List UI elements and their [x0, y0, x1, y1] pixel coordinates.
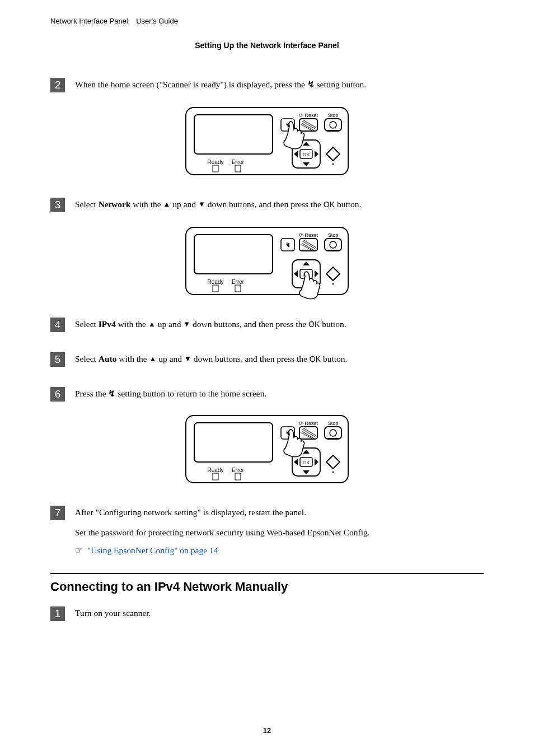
- svg-rect-55: [194, 423, 273, 462]
- step-figure: Ready Error ↯ ⟳ Reset Stop OK: [50, 413, 484, 493]
- step-body: After "Configuring network setting" is d…: [75, 506, 484, 562]
- step-number: 5: [50, 352, 65, 367]
- svg-text:⟳ Reset: ⟳ Reset: [299, 113, 318, 118]
- svg-rect-15: [325, 119, 341, 131]
- step-body: When the home screen ("Scanner is ready"…: [75, 78, 484, 96]
- svg-text:⟳ Reset: ⟳ Reset: [299, 232, 318, 238]
- svg-rect-1: [194, 115, 273, 154]
- step-body: Press the ↯ setting button to return to …: [75, 387, 484, 405]
- step-text: Press the ↯ setting button to return to …: [75, 387, 484, 400]
- svg-text:Ready: Ready: [208, 159, 224, 165]
- panel-illustration: Ready Error ↯ ⟳ Reset Stop OK: [183, 225, 351, 303]
- svg-rect-69: [325, 427, 341, 439]
- step: 3 Select Network with the ▲ up and ▼ dow…: [50, 198, 484, 216]
- svg-text:Error: Error: [232, 279, 245, 285]
- step-text-extra: Set the password for protecting network …: [75, 526, 484, 539]
- running-head: Network Interface Panel User's Guide: [50, 17, 484, 25]
- step-number: 6: [50, 387, 65, 402]
- step-text: Select Network with the ▲ up and ▼ down …: [75, 198, 484, 211]
- step-text: Select IPv4 with the ▲ up and ▼ down but…: [75, 318, 484, 331]
- svg-text:Error: Error: [232, 159, 245, 165]
- svg-point-26: [332, 164, 334, 165]
- svg-text:Stop: Stop: [328, 232, 339, 238]
- step-text: When the home screen ("Scanner is ready"…: [75, 78, 484, 91]
- product-name: Network Interface Panel: [50, 17, 128, 25]
- panel-illustration: Ready Error ↯ ⟳ Reset Stop OK: [183, 105, 351, 183]
- section-heading: Setting Up the Network Interface Panel: [50, 41, 484, 50]
- step-body: Select Network with the ▲ up and ▼ down …: [75, 198, 484, 216]
- svg-rect-42: [325, 239, 341, 251]
- step-number: 3: [50, 198, 65, 212]
- svg-text:Stop: Stop: [328, 421, 339, 426]
- panel-illustration: Ready Error ↯ ⟳ Reset Stop OK: [183, 413, 351, 491]
- step-figure: Ready Error ↯ ⟳ Reset Stop OK: [50, 225, 484, 305]
- step-text: Select Auto with the ▲ up and ▼ down but…: [75, 352, 484, 366]
- svg-text:OK: OK: [302, 460, 310, 465]
- step-figure: Ready Error ↯ ⟳ Reset Stop OK: [50, 105, 484, 185]
- cross-ref: ☞ "Using EpsonNet Config" on page 14: [75, 544, 484, 557]
- step-text: After "Configuring network setting" is d…: [75, 506, 484, 519]
- step: 4 Select IPv4 with the ▲ up and ▼ down b…: [50, 318, 484, 335]
- reference-icon: ☞: [75, 544, 83, 557]
- step-text: Turn on your scanner.: [75, 606, 484, 620]
- page-number: 12: [0, 726, 534, 735]
- step-number: 7: [50, 506, 65, 520]
- svg-text:Ready: Ready: [208, 279, 224, 285]
- svg-rect-32: [235, 285, 241, 292]
- svg-rect-30: [213, 285, 218, 292]
- svg-text:↯: ↯: [285, 241, 291, 248]
- doc-type: User's Guide: [136, 17, 178, 25]
- step: 2 When the home screen ("Scanner is read…: [50, 78, 484, 96]
- cross-ref-link[interactable]: "Using EpsonNet Config" on page 14: [87, 545, 218, 555]
- step: 5 Select Auto with the ▲ up and ▼ down b…: [50, 352, 484, 370]
- svg-text:⟳ Reset: ⟳ Reset: [299, 421, 318, 426]
- step-body: Turn on your scanner.: [75, 606, 484, 624]
- svg-rect-3: [213, 165, 218, 172]
- step-number: 2: [50, 78, 65, 92]
- svg-text:Ready: Ready: [208, 467, 224, 473]
- svg-rect-59: [235, 473, 241, 480]
- step-body: Select IPv4 with the ▲ up and ▼ down but…: [75, 318, 484, 335]
- step-number: 4: [50, 318, 65, 332]
- step: 6 Press the ↯ setting button to return t…: [50, 387, 484, 405]
- svg-rect-5: [235, 165, 241, 172]
- svg-text:Stop: Stop: [328, 113, 339, 118]
- svg-rect-57: [213, 473, 218, 480]
- step: 1 Turn on your scanner.: [50, 606, 484, 624]
- svg-rect-28: [194, 235, 273, 274]
- step-body: Select Auto with the ▲ up and ▼ down but…: [75, 352, 484, 370]
- svg-text:Error: Error: [232, 467, 245, 473]
- svg-point-80: [332, 472, 334, 473]
- step-number: 1: [50, 606, 65, 621]
- section-title: Connecting to an IPv4 Network Manually: [50, 573, 484, 594]
- step: 7 After "Configuring network setting" is…: [50, 506, 484, 562]
- svg-text:OK: OK: [302, 152, 310, 157]
- svg-point-53: [332, 283, 334, 285]
